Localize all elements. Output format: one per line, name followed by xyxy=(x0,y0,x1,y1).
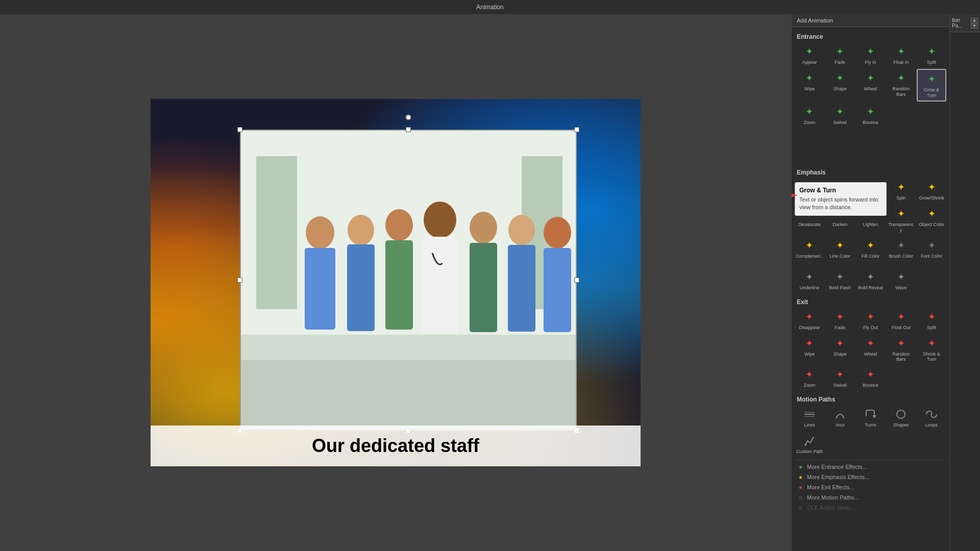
effect-line-color[interactable]: ✦ Line Color xyxy=(825,236,855,267)
effect-brush-color[interactable]: ✦ Brush Color xyxy=(886,236,916,267)
anim-pane-up[interactable]: ▲ xyxy=(971,18,978,23)
effect-underline[interactable]: ✦ Underline xyxy=(795,268,824,293)
wave-icon: ✦ xyxy=(894,270,908,284)
effect-custom-path[interactable]: Custom Path xyxy=(795,432,824,457)
tooltip-title: Grow & Turn xyxy=(799,187,882,194)
more-exit-effects[interactable]: ★ More Exit Effects... xyxy=(794,482,947,492)
wheel-out-label: Wheel xyxy=(864,352,877,357)
effect-wipe[interactable]: ✦ Wipe xyxy=(795,69,824,102)
effect-random-bars[interactable]: ✦ Random Bars xyxy=(886,69,916,102)
effect-font-color[interactable]: ✦ Font Color xyxy=(917,236,946,267)
effect-spin[interactable]: ✦ Spin xyxy=(886,178,916,204)
ole-action-verbs: ☆ OLE Action Verbs... xyxy=(794,503,947,513)
effect-wave[interactable]: ✦ Wave xyxy=(886,268,916,293)
effects-panel-title: Add Animation xyxy=(797,17,833,23)
effect-bounce-out[interactable]: ✦ Bounce xyxy=(856,365,886,391)
more-motion-label: More Motion Paths... xyxy=(807,494,859,500)
object-color-icon: ✦ xyxy=(924,207,939,221)
effect-bounce[interactable]: ✦ Bounce xyxy=(856,103,886,128)
complementary-label: Complemen... xyxy=(796,254,823,265)
effect-random-bars-out[interactable]: ✦ Random Bars xyxy=(886,334,916,365)
svg-point-22 xyxy=(804,444,806,446)
bold-flash-icon: ✦ xyxy=(833,270,847,284)
transparency-icon: ✦ xyxy=(894,207,908,221)
effects-panel-header: Add Animation xyxy=(792,14,949,27)
effect-fade-out[interactable]: ✦ Fade xyxy=(825,308,855,333)
effect-float-out[interactable]: ✦ Float Out xyxy=(886,308,916,333)
turns-label: Turns xyxy=(865,422,876,428)
brush-color-label: Brush Color xyxy=(889,254,914,259)
effect-float-in[interactable]: ✦ Float In xyxy=(886,42,916,68)
effect-wipe-out[interactable]: ✦ Wipe xyxy=(795,334,824,365)
shape-label: Shape xyxy=(834,86,847,92)
arrow-svg xyxy=(792,188,800,203)
image-frame[interactable] xyxy=(240,130,577,431)
svg-rect-6 xyxy=(305,248,335,330)
effect-split-out[interactable]: ✦ Split xyxy=(917,308,946,333)
effect-shapes[interactable]: Shapes xyxy=(886,405,916,431)
svg-point-13 xyxy=(470,212,497,243)
underline-label: Underline xyxy=(800,285,820,291)
effect-bold-reveal[interactable]: ✦ Bold Reveal xyxy=(856,268,886,293)
svg-point-15 xyxy=(508,215,535,245)
effect-loops[interactable]: Loops xyxy=(917,405,946,431)
spin-label: Spin xyxy=(896,195,905,201)
exit-label: Exit xyxy=(794,296,947,307)
line-color-label: Line Color xyxy=(829,254,850,259)
more-entrance-label: More Entrance Effects... xyxy=(807,464,867,470)
effect-shape[interactable]: ✦ Shape xyxy=(825,69,855,102)
wipe-out-label: Wipe xyxy=(804,352,815,357)
effect-fill-color[interactable]: ✦ Fill Color xyxy=(856,236,886,267)
animation-pane-strip: tion Pa... ▲ ▼ xyxy=(949,14,980,551)
split-icon: ✦ xyxy=(924,44,939,59)
effect-complementary[interactable]: ✦ Complemen... xyxy=(795,236,824,267)
effect-fade[interactable]: ✦ Fade xyxy=(825,42,855,68)
entrance-grid: ✦ Appear ✦ Fade ✦ Fly In ✦ Float In ✦ xyxy=(794,41,947,129)
shape-out-label: Shape xyxy=(834,352,847,357)
effect-split[interactable]: ✦ Split xyxy=(917,42,946,68)
svg-marker-20 xyxy=(872,415,876,418)
caption-area: Our dedicated staff xyxy=(151,425,641,466)
fill-color-label: Fill Color xyxy=(862,254,880,259)
float-out-icon: ✦ xyxy=(894,310,908,324)
effect-swivel-out[interactable]: ✦ Swivel xyxy=(825,365,855,391)
motion-paths-grid: Lines Arcs Turns xyxy=(794,404,947,458)
grow-turn-tooltip: Grow & Turn Text or object spins forward… xyxy=(795,182,887,216)
effect-bold-flash[interactable]: ✦ Bold Flash xyxy=(825,268,855,293)
effect-swivel[interactable]: ✦ Swivel xyxy=(825,103,855,128)
shrink-turn-icon: ✦ xyxy=(924,336,939,350)
effect-zoom[interactable]: ✦ Zoom xyxy=(795,103,824,128)
split-label: Split xyxy=(927,60,936,65)
effects-scroll[interactable]: Entrance ✦ Appear ✦ Fade ✦ Fly In ✦ Floa… xyxy=(792,27,949,551)
effect-fly-out[interactable]: ✦ Fly Out xyxy=(856,308,886,333)
appear-icon: ✦ xyxy=(802,44,817,59)
desaturate-label: Desaturate xyxy=(798,222,821,228)
effect-shrink-turn[interactable]: ✦ Shrink & Turn xyxy=(917,334,946,365)
more-entrance-icon: ★ xyxy=(797,463,804,470)
slide-area: Our dedicated staff xyxy=(0,14,791,551)
custom-path-icon xyxy=(802,434,817,448)
split-out-label: Split xyxy=(927,325,936,331)
more-motion-paths[interactable]: ☆ More Motion Paths... xyxy=(794,492,947,503)
svg-rect-10 xyxy=(385,240,413,330)
anim-pane-down[interactable]: ▼ xyxy=(971,23,978,29)
effect-appear[interactable]: ✦ Appear xyxy=(795,42,824,68)
effect-turns[interactable]: Turns xyxy=(856,405,886,431)
effect-grow-shrink[interactable]: ✦ Grow/Shrink xyxy=(917,178,946,204)
effect-object-color[interactable]: ✦ Object Color xyxy=(917,205,946,235)
effect-wheel[interactable]: ✦ Wheel xyxy=(856,69,886,102)
effect-fly-in[interactable]: ✦ Fly In xyxy=(856,42,886,68)
svg-point-17 xyxy=(544,217,571,248)
zoom-label: Zoom xyxy=(803,120,815,126)
effect-transparency[interactable]: ✦ Transparency xyxy=(886,205,916,235)
more-emphasis-effects[interactable]: ★ More Emphasis Effects... xyxy=(794,472,947,482)
effect-lines[interactable]: Lines xyxy=(795,405,824,431)
effect-arcs[interactable]: Arcs xyxy=(825,405,855,431)
effect-zoom-out[interactable]: ✦ Zoom xyxy=(795,365,824,391)
effect-disappear[interactable]: ✦ Disappear xyxy=(795,308,824,333)
effect-wheel-out[interactable]: ✦ Wheel xyxy=(856,334,886,365)
effect-shape-out[interactable]: ✦ Shape xyxy=(825,334,855,365)
more-entrance-effects[interactable]: ★ More Entrance Effects... xyxy=(794,462,947,472)
effect-grow-turn[interactable]: ✦ Grow & Turn xyxy=(917,69,946,102)
svg-point-11 xyxy=(424,202,456,238)
